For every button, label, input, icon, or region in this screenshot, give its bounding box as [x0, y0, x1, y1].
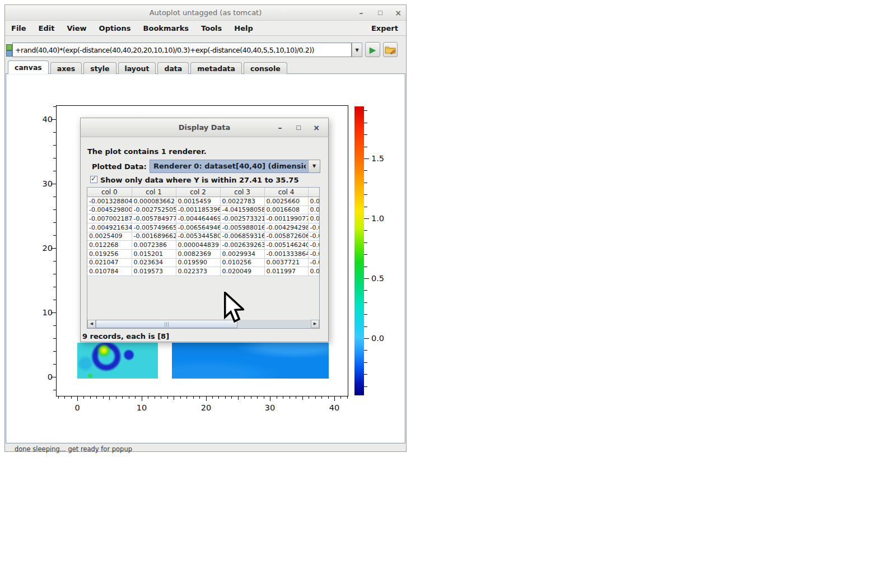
window-titlebar[interactable]: Autoplot untagged (as tomcat) – □ × — [5, 5, 406, 21]
table-cell[interactable]: -0.0 — [308, 258, 319, 267]
menu-item-view[interactable]: View — [60, 24, 92, 32]
column-header[interactable] — [308, 188, 319, 197]
colorbar[interactable] — [354, 106, 364, 395]
table-cell[interactable]: -0.005988016... — [220, 223, 264, 232]
table-cell[interactable]: -0.006859316... — [220, 232, 264, 241]
table-cell[interactable]: -0.004464469... — [176, 214, 220, 223]
table-cell[interactable]: 0.000083662 — [132, 197, 176, 206]
datasource-status-icon-secondary[interactable] — [6, 50, 12, 57]
filter-checkbox[interactable]: ✓ — [90, 176, 97, 183]
table-row[interactable]: -0.004921634...-0.005749665...-0.0065649… — [87, 223, 319, 232]
table-row[interactable]: 0.0192560.0152010.00823690.0029934-0.001… — [87, 249, 319, 258]
menu-item-file[interactable]: File — [5, 24, 32, 32]
table-cell[interactable]: -0.001333864... — [264, 249, 308, 258]
table-cell[interactable]: 0.015201 — [132, 249, 176, 258]
table-row[interactable]: 0.0122680.00723860.000044839-0.002639263… — [87, 241, 319, 250]
tab-axes[interactable]: axes — [50, 62, 82, 74]
table-cell[interactable]: -0.001199077... — [264, 214, 308, 223]
table-cell[interactable]: 0.0025660 — [264, 197, 308, 206]
menu-item-tools[interactable]: Tools — [195, 24, 228, 32]
table-cell[interactable]: 0.0016608 — [264, 206, 308, 214]
menu-item-options[interactable]: Options — [93, 24, 137, 32]
horizontal-scrollbar[interactable]: ◀ ▶ — [87, 320, 319, 328]
table-cell[interactable]: -0.004294298... — [264, 223, 308, 232]
table-cell[interactable]: 0.023634 — [132, 258, 176, 267]
table-cell[interactable]: 0.00 — [308, 206, 319, 214]
table-cell[interactable]: 0.021047 — [87, 258, 132, 267]
window-minimize-button[interactable]: – — [354, 5, 368, 21]
uri-input[interactable] — [12, 43, 352, 57]
table-cell[interactable]: -0.0 — [308, 249, 319, 258]
table-cell[interactable]: -0.002639263... — [220, 241, 264, 250]
table-cell[interactable]: 0.0025409 — [87, 232, 132, 241]
table-cell[interactable]: -0.007002187... — [87, 214, 132, 223]
table-row[interactable]: 0.0025409-0.001689662...-0.005344580...-… — [87, 232, 319, 241]
table-cell[interactable]: 0.00 — [308, 214, 319, 223]
table-cell[interactable]: 0.010256 — [220, 258, 264, 267]
table-cell[interactable]: -4.041598058... — [220, 206, 264, 214]
tab-console[interactable]: console — [244, 62, 287, 74]
column-header[interactable]: col 3 — [220, 188, 264, 197]
table-cell[interactable]: -0.005872606... — [264, 232, 308, 241]
table-cell[interactable]: 0.019256 — [87, 249, 132, 258]
plot-go-button[interactable]: ▶ — [365, 42, 380, 57]
table-cell[interactable]: 0.0015459 — [176, 197, 220, 206]
tab-metadata[interactable]: metadata — [190, 62, 242, 74]
table-cell[interactable]: -0.0 — [308, 223, 319, 232]
spectrogram-fragment-right[interactable] — [172, 343, 329, 379]
menu-item-bookmarks[interactable]: Bookmarks — [137, 24, 195, 32]
table-cell[interactable]: -0.005146240... — [264, 241, 308, 250]
datasource-status-icon[interactable] — [6, 44, 12, 50]
table-row[interactable]: -0.001328804...0.0000836620.00154590.002… — [87, 197, 319, 206]
column-header[interactable]: col 0 — [87, 188, 132, 197]
table-cell[interactable]: 0.010784 — [87, 267, 132, 276]
scrollbar-thumb[interactable] — [96, 320, 237, 328]
table-cell[interactable]: 0.0022783 — [220, 197, 264, 206]
data-table[interactable]: col 0col 1col 2col 3col 4-0.001328804...… — [87, 188, 319, 276]
table-cell[interactable]: -0.004921634... — [87, 223, 132, 232]
table-cell[interactable]: -0.002752505... — [132, 206, 176, 214]
table-cell[interactable]: 0.012268 — [87, 241, 132, 250]
dialog-close-button[interactable]: × — [310, 118, 323, 137]
table-cell[interactable]: -0.005749665... — [132, 223, 176, 232]
table-cell[interactable]: -0.001328804... — [87, 197, 132, 206]
table-row[interactable]: 0.0210470.0236340.0195900.0102560.003772… — [87, 258, 319, 267]
window-close-button[interactable]: × — [391, 5, 405, 21]
scroll-right-button[interactable]: ▶ — [311, 320, 319, 328]
table-cell[interactable]: 0.020049 — [220, 267, 264, 276]
menu-expert-toggle[interactable]: Expert — [371, 24, 398, 32]
tab-data[interactable]: data — [157, 62, 189, 74]
column-header[interactable]: col 4 — [264, 188, 308, 197]
table-cell[interactable]: 0.019573 — [132, 267, 176, 276]
table-cell[interactable]: 0.011997 — [264, 267, 308, 276]
menu-item-help[interactable]: Help — [228, 24, 259, 32]
dialog-maximize-button[interactable]: □ — [292, 118, 305, 137]
tab-style[interactable]: style — [83, 62, 116, 74]
table-cell[interactable]: 0.00 — [308, 267, 319, 276]
table-cell[interactable]: -0.001689662... — [132, 232, 176, 241]
table-cell[interactable]: -0.005784977... — [132, 214, 176, 223]
table-cell[interactable]: 0.0037721 — [264, 258, 308, 267]
column-header[interactable]: col 2 — [176, 188, 220, 197]
window-maximize-button[interactable]: □ — [374, 5, 387, 21]
table-cell[interactable]: 0.0072386 — [132, 241, 176, 250]
inspect-uri-button[interactable] — [383, 42, 398, 57]
menu-item-edit[interactable]: Edit — [32, 24, 61, 32]
tab-canvas[interactable]: canvas — [8, 60, 49, 74]
table-cell[interactable]: 0.0029934 — [220, 249, 264, 258]
spectrogram-fragment-left[interactable] — [77, 343, 158, 379]
table-cell[interactable]: -0.0 — [308, 241, 319, 250]
table-cell[interactable]: 0.022373 — [176, 267, 220, 276]
table-cell[interactable]: 0.000044839 — [176, 241, 220, 250]
table-cell[interactable]: 0.0082369 — [176, 249, 220, 258]
table-row[interactable]: -0.004529800...-0.002752505...-0.0011853… — [87, 206, 319, 214]
table-cell[interactable]: 0.00 — [308, 197, 319, 206]
table-row[interactable]: -0.007002187...-0.005784977...-0.0044644… — [87, 214, 319, 223]
table-cell[interactable]: -0.005344580... — [176, 232, 220, 241]
dialog-titlebar[interactable]: Display Data – □ × — [81, 118, 328, 137]
table-cell[interactable]: -0.002573321... — [220, 214, 264, 223]
scroll-left-button[interactable]: ◀ — [87, 320, 96, 328]
table-row[interactable]: 0.0107840.0195730.0223730.0200490.011997… — [87, 267, 319, 276]
table-cell[interactable]: -0.006564946... — [176, 223, 220, 232]
dialog-minimize-button[interactable]: – — [274, 118, 286, 137]
